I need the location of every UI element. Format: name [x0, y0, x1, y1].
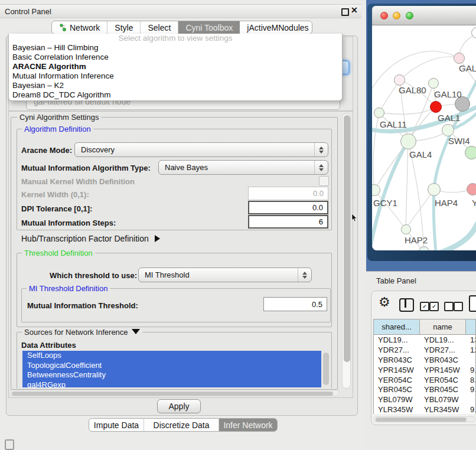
network-node-gal1[interactable] [430, 101, 442, 113]
which-threshold-label: Which threshold to use: [50, 271, 137, 280]
node-label: GAL10 [434, 89, 462, 99]
algorithm-option[interactable]: Bayesian – K2 [9, 81, 342, 90]
table-header-row: shared... name [374, 319, 475, 335]
node-label: GAL80 [399, 85, 426, 95]
algorithm-option[interactable]: Dream8 DC_TDC Algorithm [9, 90, 342, 100]
checked-checkbox-icon[interactable]: ✓ [420, 302, 429, 311]
kernel-width-input[interactable]: 0.0 [248, 187, 328, 200]
mi-type-combobox[interactable]: Naive Bayes [158, 160, 328, 175]
table-hscroll-thumb[interactable] [376, 418, 467, 422]
attribute-item-selected[interactable]: SelfLoops [22, 351, 321, 361]
tab-network[interactable]: Network [52, 21, 107, 34]
tab-infer-network-label: Infer Network [223, 420, 272, 430]
table-hscroll-track[interactable] [374, 416, 475, 422]
tab-cyni-toolbox[interactable]: Cyni Toolbox [178, 21, 240, 34]
minimize-traffic-light[interactable] [393, 12, 400, 19]
cell-shared: YLR345W [374, 405, 420, 414]
dpi-tolerance-input[interactable]: 0.0 [248, 201, 328, 214]
column-header-shared[interactable]: shared... [374, 319, 420, 334]
network-window-titlebar[interactable] [372, 6, 476, 25]
checked-checkbox-icon[interactable]: ✓ [429, 302, 439, 311]
close-icon[interactable]: ✕ [351, 5, 358, 15]
manual-kernel-checkbox[interactable] [319, 176, 329, 186]
network-node[interactable] [465, 146, 476, 159]
mi-threshold-input[interactable]: 0.5 [263, 297, 327, 311]
apply-button[interactable]: Apply [157, 399, 201, 413]
float-window-icon[interactable] [341, 8, 349, 16]
close-traffic-light[interactable] [380, 12, 388, 19]
table-row[interactable]: YDL19... YDL19... 13 [374, 335, 475, 345]
network-view[interactable]: GAL GAL80 GAL10 GAL1 GAL11 GAL4 SWI4 GCY… [372, 25, 476, 250]
attribute-item-selected[interactable]: TopologicalCoefficient [22, 361, 321, 371]
mi-steps-input[interactable]: 6 [248, 215, 328, 229]
network-node-salmon[interactable] [467, 183, 476, 195]
tab-impute-data[interactable]: Impute Data [89, 419, 144, 431]
unchecked-checkbox-icon[interactable] [444, 302, 454, 311]
tab-infer-network[interactable]: Infer Network [219, 419, 277, 431]
network-node-gal11[interactable] [374, 107, 384, 118]
settings-vscroll-thumb[interactable] [344, 115, 350, 362]
aracne-mode-combobox[interactable]: Discovery [74, 142, 328, 157]
table-row[interactable]: YPR145W YPR145W 9. [374, 365, 475, 375]
split-columns-icon[interactable] [399, 298, 414, 312]
dpi-tolerance-value: 0.0 [312, 203, 323, 212]
settings-hscroll-thumb[interactable] [12, 392, 333, 396]
dpi-tolerance-label: DPI Tolerance [0,1]: [21, 204, 92, 213]
network-node-gal80[interactable] [394, 74, 405, 86]
algorithm-option[interactable]: Mutual Information Inference [9, 71, 342, 81]
cell-name: YLR345W [420, 405, 466, 414]
apply-button-label: Apply [168, 402, 189, 411]
cell-extra: 8. [466, 375, 475, 385]
gear-icon[interactable]: ⚙ [379, 296, 390, 309]
mi-type-label: Mutual Information Algorithm Type: [21, 164, 151, 172]
cell-name: YBR043C [420, 355, 466, 365]
tab-discretize-data[interactable]: Discretize Data [144, 419, 219, 431]
network-node-hap4[interactable] [428, 183, 441, 196]
attributes-list-scrollbar[interactable] [323, 353, 329, 385]
settings-vscroll-track[interactable] [342, 113, 351, 389]
control-panel-titlebar: Control Panel ✕ [0, 4, 361, 18]
data-attributes-list: SelfLoops TopologicalCoefficient Between… [22, 351, 321, 387]
network-node-swi4[interactable] [442, 124, 454, 136]
hub-definition-expander[interactable]: Hub/Transcription Factor Definition [21, 234, 160, 243]
document-icon[interactable] [469, 295, 476, 312]
unchecked-checkbox-icon[interactable] [454, 302, 463, 311]
cell-extra [466, 394, 475, 405]
tab-select[interactable]: Select [141, 21, 178, 34]
node-label: Y [472, 198, 476, 208]
tab-jactivemnodules[interactable]: jActiveMNodules [240, 21, 312, 34]
tab-style-label: Style [115, 23, 133, 32]
settings-hscroll-track[interactable] [10, 390, 340, 396]
node-label: SWI4 [448, 136, 470, 146]
sources-legend[interactable]: Sources for Network Inference [22, 328, 142, 337]
zoom-traffic-light[interactable] [406, 12, 413, 19]
cell-extra: 9. [466, 384, 475, 394]
table-row[interactable]: YER054C YER054C 8. [374, 375, 475, 385]
network-node-gal[interactable] [454, 53, 465, 64]
algorithm-option-selected[interactable]: ARACNE Algorithm [9, 62, 342, 71]
mi-threshold-label: Mutual Information Threshold: [27, 301, 138, 310]
table-row[interactable]: YDR27... YDR27... 12 [374, 345, 475, 355]
tab-network-label: Network [70, 23, 100, 32]
tab-style[interactable]: Style [107, 21, 141, 34]
network-node-gal4[interactable] [400, 133, 416, 149]
algorithm-option[interactable]: Bayesian – Hill Climbing [9, 43, 342, 53]
network-node-gal10[interactable] [428, 78, 439, 89]
column-header-partial[interactable] [466, 319, 475, 334]
network-node-hap2[interactable] [401, 224, 411, 234]
which-threshold-combobox[interactable]: MI Threshold [138, 268, 312, 282]
column-header-name[interactable]: name [420, 319, 466, 334]
algorithm-option[interactable]: Basic Correlation Inference [9, 53, 342, 62]
mi-threshold-value: 0.5 [312, 300, 322, 309]
minimized-panel-icon[interactable] [5, 439, 14, 450]
attribute-item-selected[interactable]: gal4RGexp [22, 380, 321, 388]
table-row[interactable]: YBL079W YBL079W [374, 394, 475, 405]
table-row[interactable]: YBR045C YBR045C 9. [374, 384, 475, 394]
node-label: GCY1 [373, 198, 397, 208]
attribute-item-selected[interactable]: BetweennessCentrality [22, 370, 321, 380]
table-panel-title: Table Panel [376, 276, 416, 285]
table-row[interactable]: YBR043C YBR043C [374, 355, 475, 365]
table-row[interactable]: YLR345W YLR345W 9. [374, 405, 475, 414]
cell-extra: 12 [466, 345, 475, 355]
tab-impute-data-label: Impute Data [94, 420, 139, 430]
